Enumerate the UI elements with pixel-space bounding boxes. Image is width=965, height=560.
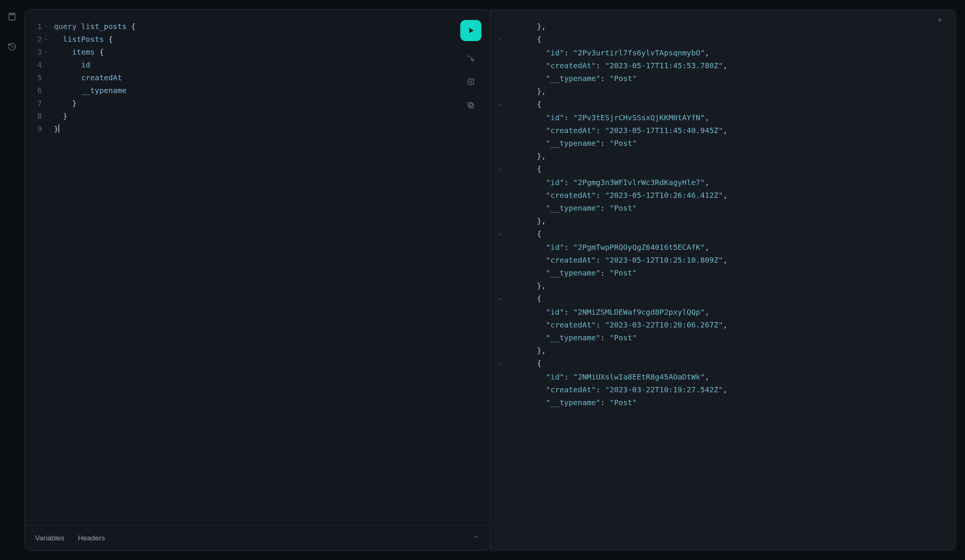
query-editor-pane: 1▾2▾3▾456789 query list_posts { listPost… [24, 9, 490, 551]
history-icon[interactable] [6, 41, 18, 53]
query-code[interactable]: query list_posts { listPosts { items { i… [46, 20, 490, 521]
add-tab-icon[interactable] [934, 15, 945, 25]
svg-rect-2 [469, 104, 473, 108]
editor-bottom-bar: Variables Headers [25, 525, 490, 550]
workspace: 1▾2▾3▾456789 query list_posts { listPost… [24, 0, 965, 560]
prettify-icon[interactable] [465, 52, 477, 64]
svg-rect-3 [468, 103, 472, 107]
editor-actions [460, 20, 481, 111]
tab-variables[interactable]: Variables [35, 534, 64, 542]
copy-icon[interactable] [465, 99, 477, 111]
tab-headers[interactable]: Headers [78, 534, 105, 542]
run-button[interactable] [460, 20, 481, 41]
merge-fragments-icon[interactable] [465, 76, 477, 88]
query-editor[interactable]: 1▾2▾3▾456789 query list_posts { listPost… [25, 10, 490, 525]
response-pane: }, ▾ { "id": "2Pv3urtirl7fs6ylvTApsqnmyb… [490, 9, 956, 551]
expand-bottom-panel-icon[interactable] [472, 534, 479, 542]
svg-rect-0 [9, 13, 15, 20]
response-json[interactable]: }, ▾ { "id": "2Pv3urtirl7fs6ylvTApsqnmyb… [490, 10, 955, 550]
line-number-gutter: 1▾2▾3▾456789 [25, 20, 46, 521]
docs-icon[interactable] [6, 11, 18, 23]
response-topbar [490, 10, 955, 31]
left-sidebar [0, 0, 24, 560]
